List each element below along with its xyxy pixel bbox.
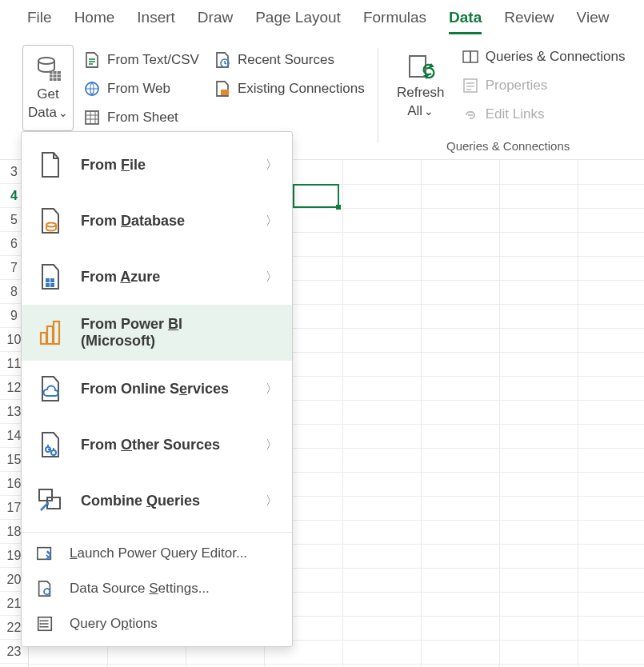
ribbon-queries-connections[interactable]: Queries & Connections — [462, 43, 626, 70]
menu-item-database[interactable]: From Database〉 — [22, 193, 292, 249]
menu-item-editor[interactable]: Launch Power Query Editor... — [22, 536, 292, 571]
recent-icon — [214, 51, 231, 69]
svg-rect-14 — [470, 51, 478, 62]
ribbon-item-label: Edit Links — [486, 106, 545, 122]
chevron-down-icon: ⌄ — [424, 105, 434, 118]
column-gridline — [499, 160, 500, 667]
ribbon-from-web[interactable]: From Web — [83, 75, 199, 102]
menu-item-other[interactable]: From Other Sources〉 — [22, 417, 292, 473]
ribbon-properties: Properties — [462, 72, 626, 99]
ribbon-item-label: Properties — [486, 78, 547, 94]
menu-item-cloud[interactable]: From Online Services〉 — [22, 361, 292, 417]
svg-rect-18 — [50, 278, 54, 282]
ribbon-item-label: Existing Connections — [238, 81, 365, 97]
row-header[interactable]: 24 — [0, 664, 29, 667]
svg-rect-22 — [47, 326, 53, 344]
get-data-label-2: Data⌄ — [28, 106, 68, 121]
chevron-down-icon: ⌄ — [58, 106, 68, 119]
from-web-icon — [83, 80, 101, 98]
ribbon-existing-connections[interactable]: Existing Connections — [214, 75, 365, 102]
refresh-all-label-2: All⌄ — [407, 104, 434, 119]
ribbon-item-label: From Text/CSV — [107, 52, 199, 68]
editlinks-icon — [462, 106, 479, 123]
ribbon-separator — [378, 48, 378, 143]
ribbon-from-text-csv[interactable]: From Text/CSV — [83, 46, 199, 74]
from-sheet-icon — [83, 109, 101, 126]
svg-rect-9 — [221, 90, 229, 95]
menu-item-azure[interactable]: From Azure〉 — [22, 249, 292, 305]
menu-item-label: From Online Services — [81, 381, 250, 397]
tab-home[interactable]: Home — [74, 9, 115, 31]
other-icon — [36, 430, 65, 459]
ribbon-item-label: From Web — [107, 81, 170, 97]
svg-rect-27 — [47, 497, 60, 509]
svg-rect-21 — [41, 333, 46, 344]
database-cylinder-icon — [34, 55, 62, 84]
ribbon-item-label: Recent Sources — [238, 52, 334, 68]
svg-rect-1 — [50, 71, 61, 81]
properties-icon — [462, 77, 479, 94]
file-icon — [36, 150, 65, 179]
chevron-right-icon: 〉 — [266, 437, 278, 453]
menu-item-label: Query Options — [70, 616, 278, 632]
chevron-right-icon: 〉 — [266, 381, 278, 397]
tab-draw[interactable]: Draw — [198, 9, 233, 31]
ribbon-recent-sources[interactable]: Recent Sources — [214, 46, 365, 74]
menu-item-label: From File — [81, 157, 250, 174]
tab-view[interactable]: View — [577, 9, 610, 31]
get-data-button[interactable]: Get Data⌄ — [22, 45, 74, 131]
chevron-right-icon: 〉 — [266, 493, 278, 509]
cloud-icon — [36, 374, 65, 403]
refresh-all-label-1: Refresh — [397, 86, 445, 101]
chevron-right-icon: 〉 — [266, 158, 278, 173]
editor-icon — [36, 545, 54, 562]
tab-page-layout[interactable]: Page Layout — [255, 9, 341, 31]
svg-rect-10 — [410, 56, 426, 77]
from-text-icon — [83, 51, 101, 69]
cell-selection[interactable] — [293, 184, 339, 208]
menu-separator — [22, 532, 292, 533]
ribbon-item-label: From Sheet — [107, 110, 178, 126]
existing-icon — [214, 80, 231, 98]
ribbon-edit-links: Edit Links — [462, 101, 626, 128]
database-icon — [36, 206, 65, 235]
menu-item-file[interactable]: From File〉 — [22, 137, 292, 193]
menu-item-settings[interactable]: Data Source Settings... — [22, 571, 292, 606]
menu-item-label: From Azure — [81, 269, 250, 286]
tab-data[interactable]: Data — [449, 9, 482, 31]
menu-item-powerbi[interactable]: From Power BI (Microsoft) — [22, 305, 292, 361]
svg-rect-20 — [50, 283, 54, 287]
svg-point-16 — [46, 223, 56, 227]
svg-rect-13 — [463, 51, 470, 62]
tab-insert[interactable]: Insert — [137, 9, 175, 31]
ribbon-from-sheet[interactable]: From Sheet — [83, 104, 199, 131]
svg-rect-33 — [40, 623, 42, 625]
azure-icon — [36, 262, 65, 291]
svg-rect-19 — [46, 283, 50, 287]
chevron-right-icon: 〉 — [266, 214, 278, 229]
svg-rect-34 — [40, 626, 42, 628]
ribbon-group-queries: Refresh All⌄ Queries & ConnectionsProper… — [386, 43, 630, 159]
svg-point-25 — [51, 450, 56, 455]
menu-item-label: From Other Sources — [81, 437, 250, 453]
tab-formulas[interactable]: Formulas — [363, 9, 426, 31]
svg-point-0 — [38, 58, 54, 64]
tab-file[interactable]: File — [27, 9, 52, 31]
options-icon — [36, 615, 54, 633]
tab-review[interactable]: Review — [504, 9, 554, 31]
menu-item-label: From Database — [81, 213, 250, 230]
menu-item-combine[interactable]: Combine Queries〉 — [22, 473, 292, 529]
column-gridline — [421, 160, 422, 667]
row-gridline — [29, 664, 644, 665]
column-gridline — [342, 160, 343, 667]
ribbon-item-label: Queries & Connections — [486, 49, 626, 65]
ribbon-group-label: Queries & Connections — [386, 139, 630, 156]
menu-item-options[interactable]: Query Options — [22, 606, 292, 641]
get-data-label-1: Get — [37, 87, 58, 102]
menu-item-label: Data Source Settings... — [70, 581, 278, 597]
refresh-all-button[interactable]: Refresh All⌄ — [391, 43, 450, 130]
queries-icon — [462, 48, 479, 66]
get-data-dropdown-menu: From File〉From Database〉From Azure〉From … — [21, 131, 293, 647]
svg-rect-32 — [40, 620, 42, 621]
refresh-icon — [406, 54, 435, 82]
